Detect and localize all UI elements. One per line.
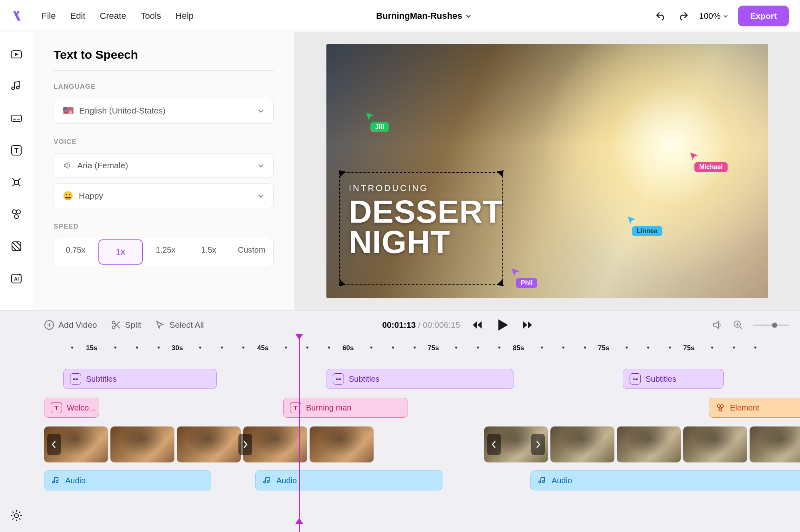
speed-0-75x[interactable]: 0.75x [54, 238, 97, 266]
project-title-dropdown[interactable]: BurningMan-Rushes [194, 11, 654, 21]
chevron-down-icon [257, 192, 264, 199]
settings-button[interactable] [10, 509, 23, 522]
play-button[interactable] [495, 318, 510, 332]
clip-subtitles[interactable]: Subtitles [623, 369, 724, 389]
plus-circle-icon [44, 320, 54, 330]
chevron-down-icon [257, 107, 264, 114]
chevron-down-icon [465, 13, 472, 19]
music-icon [262, 475, 272, 486]
scissors-icon [111, 320, 121, 330]
speed-1-25x[interactable]: 1.25x [144, 238, 187, 266]
add-video-button[interactable]: Add Video [44, 320, 97, 330]
select-all-button[interactable]: Select All [155, 320, 204, 330]
speed-1x[interactable]: 1x [98, 239, 143, 265]
video-thumb[interactable] [617, 426, 681, 462]
menu-file[interactable]: File [42, 11, 56, 21]
svg-point-30 [719, 408, 722, 411]
rewind-button[interactable] [471, 320, 483, 330]
video-thumb[interactable] [110, 426, 174, 462]
clip-audio[interactable]: Audio [255, 470, 442, 490]
tool-video[interactable] [8, 46, 24, 62]
voice-value: Aria (Female) [77, 161, 128, 170]
forward-button[interactable] [522, 320, 534, 330]
overlay-text: INTRODUCING DESSERTNIGHT [349, 183, 503, 257]
resize-handle-tr[interactable] [497, 167, 506, 177]
svg-rect-1 [11, 115, 22, 122]
tool-ai[interactable]: AI [8, 270, 24, 286]
tool-text[interactable] [8, 142, 24, 158]
tool-crop[interactable] [8, 174, 24, 190]
video-thumb[interactable] [177, 426, 241, 462]
menu-help[interactable]: Help [176, 11, 194, 21]
clip-text-welcome[interactable]: Welco... [44, 398, 99, 418]
video-prev[interactable] [487, 434, 501, 455]
menu-tools[interactable]: Tools [140, 11, 161, 21]
redo-button[interactable] [677, 10, 690, 22]
video-next[interactable] [238, 434, 252, 455]
clip-text-burning[interactable]: Burning man [283, 398, 408, 418]
clip-element[interactable]: Element [709, 398, 800, 418]
clip-subtitles[interactable]: Subtitles [326, 369, 514, 389]
voice-label: VOICE [54, 138, 274, 146]
video-thumb[interactable] [683, 426, 747, 462]
tool-subtitles[interactable] [8, 110, 24, 126]
shapes-icon [716, 402, 725, 413]
menu-edit[interactable]: Edit [70, 11, 85, 21]
overlay-intro: INTRODUCING [349, 183, 503, 193]
resize-handle-bl[interactable] [336, 279, 346, 289]
clip-audio[interactable]: Audio [530, 470, 800, 490]
video-thumb[interactable] [310, 426, 374, 462]
svg-point-6 [12, 210, 16, 214]
timeline-ruler[interactable]: 15s 30s 45s 60s 75s 85s 75s 75s [44, 339, 789, 357]
export-button[interactable]: Export [738, 6, 789, 26]
video-track-2[interactable] [484, 426, 800, 462]
video-next[interactable] [531, 434, 545, 455]
language-select[interactable]: 🇺🇸 English (United-States) [54, 98, 274, 124]
flag-icon: 🇺🇸 [63, 106, 74, 116]
resize-handle-br[interactable] [497, 279, 506, 289]
music-icon [537, 475, 547, 486]
svg-rect-5 [14, 180, 18, 184]
zoom-slider[interactable] [753, 325, 789, 326]
video-thumb[interactable] [243, 426, 307, 462]
video-thumb[interactable] [550, 426, 614, 462]
resize-handle-tl[interactable] [336, 167, 346, 177]
svg-point-28 [718, 405, 720, 408]
speed-custom[interactable]: Custom [230, 238, 273, 266]
video-thumb[interactable] [750, 426, 800, 462]
subtitles-icon [630, 373, 641, 385]
playhead[interactable] [299, 335, 300, 532]
svg-point-14 [112, 326, 115, 329]
collab-cursor-phil: Phil [510, 267, 537, 288]
undo-button[interactable] [654, 10, 667, 22]
video-canvas[interactable]: INTRODUCING DESSERTNIGHT Jill Michael Li… [326, 44, 768, 298]
language-value: English (United-States) [79, 106, 166, 116]
menu-create[interactable]: Create [100, 11, 126, 21]
svg-point-29 [721, 405, 724, 408]
voice-select[interactable]: Aria (Female) [54, 153, 274, 178]
split-button[interactable]: Split [111, 320, 142, 330]
volume-button[interactable] [712, 319, 723, 331]
zoom-value: 100% [699, 11, 721, 21]
video-track-1[interactable] [44, 426, 374, 462]
app-logo[interactable] [11, 10, 22, 22]
zoom-in-button[interactable] [733, 320, 743, 330]
cursor-icon [155, 320, 165, 330]
zoom-slider-knob[interactable] [772, 323, 777, 328]
collab-cursor-michael: Michael [689, 151, 728, 172]
svg-text:AI: AI [14, 276, 19, 282]
subtitles-icon [70, 373, 81, 385]
svg-point-8 [14, 215, 18, 219]
speed-1-5x[interactable]: 1.5x [187, 238, 230, 266]
time-display: 00:01:13 / 00:006:15 [382, 320, 460, 330]
svg-point-31 [14, 514, 18, 518]
chevron-down-icon [723, 13, 728, 19]
tool-audio[interactable] [8, 78, 24, 94]
tool-effects[interactable] [8, 238, 24, 254]
clip-subtitles[interactable]: Subtitles [63, 369, 217, 389]
video-prev[interactable] [47, 434, 61, 455]
zoom-level-dropdown[interactable]: 100% [699, 11, 729, 21]
clip-audio[interactable]: Audio [44, 470, 211, 490]
mood-select[interactable]: 😀 Happy [54, 183, 274, 208]
tool-shapes[interactable] [8, 206, 24, 222]
